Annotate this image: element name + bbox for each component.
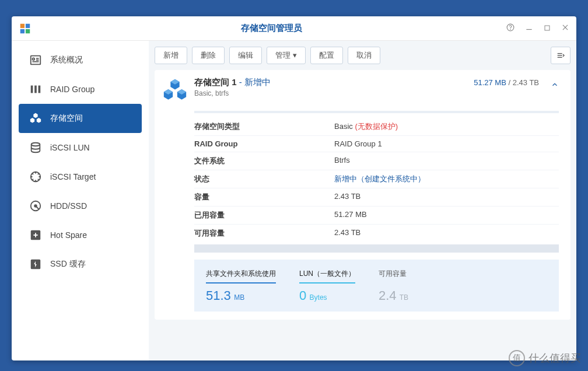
detail-value: RAID Group 1 [334,139,559,148]
detail-row-fs: 文件系统 Btrfs [194,152,559,170]
sidebar-item-label: RAID Group [50,85,94,94]
close-icon[interactable] [561,23,569,34]
detail-label: 可用容量 [194,228,334,239]
stat-value: 0 Bytes [299,288,355,303]
maximize-icon[interactable] [544,23,551,34]
sidebar-item-iscsi-lun[interactable]: iSCSI LUN [19,133,142,162]
edit-button[interactable]: 编辑 [229,47,262,64]
sidebar-item-label: 系统概况 [50,55,83,65]
sidebar-item-raid-group[interactable]: RAID Group [19,75,142,104]
volume-status-tag: - 新增中 [237,77,271,87]
detail-row-capacity: 容量 2.43 TB [194,188,559,206]
hot-spare-icon [29,229,42,242]
detail-value: 2.43 TB [334,228,559,239]
ssd-cache-icon [29,258,42,271]
watermark-icon: 值 [509,350,525,366]
stat-shared: 共享文件夹和系统使用 51.3 MB [206,260,276,312]
toolbar: 新增 删除 编辑 管理 ▾ 配置 取消 [155,47,570,64]
watermark-text: 什么值得买 [528,351,581,365]
sidebar-item-label: Hot Spare [50,230,87,240]
volume-icon [29,112,42,125]
sidebar-item-label: iSCSI Target [50,172,96,181]
detail-label: 容量 [194,192,334,202]
svg-rect-2 [20,29,24,33]
stat-value: 2.4 TB [379,288,408,303]
volume-card: 存储空间 1 - 新增中 Basic, btrfs 51.27 MB / 2.4… [155,70,570,320]
delete-button[interactable]: 删除 [192,47,225,64]
sidebar-item-label: HDD/SSD [50,201,87,211]
minimize-icon[interactable] [525,23,533,34]
sidebar-item-label: iSCSI LUN [50,143,90,152]
svg-rect-16 [34,86,37,93]
toolbar-spacer [385,47,546,64]
sidebar-item-volume[interactable]: 存储空间 [19,104,142,133]
detail-value: Basic (无数据保护) [334,121,559,132]
sidebar-item-iscsi-target[interactable]: iSCSI Target [19,162,142,191]
watermark: 值 什么值得买 [509,350,581,366]
detail-label: 已用容量 [194,210,334,220]
stat-available: 可用容量 2.4 TB [379,260,408,312]
sidebar-item-hot-spare[interactable]: Hot Spare [19,220,142,250]
volume-header: 存储空间 1 - 新增中 Basic, btrfs 51.27 MB / 2.4… [155,70,570,108]
volume-title: 存储空间 1 - 新增中 [194,77,474,88]
svg-rect-15 [31,86,33,93]
detail-value: 51.27 MB [334,210,559,220]
chevron-up-icon[interactable] [551,80,559,91]
help-icon[interactable] [506,23,514,34]
overview-icon [29,54,42,66]
svg-line-22 [36,206,39,209]
manage-button[interactable]: 管理 ▾ [267,47,306,64]
add-button[interactable]: 新增 [155,47,187,64]
svg-rect-17 [38,86,41,93]
stat-value: 51.3 MB [206,288,276,303]
detail-value: Btrfs [334,156,559,166]
window-body: 系统概况 RAID Group 存储空间 iSCSI LUN iSCSI Tar… [12,41,576,360]
window-title: 存储空间管理员 [36,23,506,34]
window-controls [506,23,569,34]
stat-lun: LUN（一般文件） 0 Bytes [299,260,355,312]
iscsi-target-icon [29,170,42,183]
volume-details: 存储空间类型 Basic (无数据保护) RAID Group RAID Gro… [155,113,570,242]
sidebar: 系统概况 RAID Group 存储空间 iSCSI LUN iSCSI Tar… [12,41,149,360]
hdd-icon [29,200,42,212]
detail-row-used: 已用容量 51.27 MB [194,206,559,225]
capacity-bar [194,244,559,253]
detail-label: 状态 [194,174,334,184]
svg-rect-0 [20,23,24,27]
svg-point-18 [32,143,40,146]
sidebar-item-overview[interactable]: 系统概况 [19,46,142,75]
detail-label: 存储空间类型 [194,121,334,132]
detail-label: RAID Group [194,139,334,148]
stat-label: 可用容量 [379,269,407,284]
iscsi-lun-icon [29,141,42,154]
svg-rect-10 [31,56,41,65]
svg-point-5 [510,29,511,29]
stat-label: 共享文件夹和系统使用 [206,269,276,284]
detail-row-raid: RAID Group RAID Group 1 [194,136,559,152]
svg-rect-3 [26,29,30,33]
svg-rect-1 [26,23,30,27]
volume-head-info: 存储空间 1 - 新增中 Basic, btrfs [194,77,474,97]
detail-row-avail: 可用容量 2.43 TB [194,225,559,242]
sidebar-item-hdd-ssd[interactable]: HDD/SSD [19,191,142,220]
stat-label: LUN（一般文件） [299,269,355,284]
app-icon [19,22,32,35]
detail-value: 2.43 TB [334,192,559,202]
volume-subtitle: Basic, btrfs [194,89,474,97]
raid-group-icon [29,83,42,96]
volume-used: 51.27 MB [474,78,506,87]
detail-row-type: 存储空间类型 Basic (无数据保护) [194,118,559,136]
volume-usage-summary: 51.27 MB / 2.43 TB [474,78,539,87]
sidebar-item-label: SSD 缓存 [50,259,86,270]
list-toggle-button[interactable] [551,47,570,64]
volume-cube-icon [162,77,188,104]
detail-row-status: 状态 新增中（创建文件系统中） [194,170,559,188]
main-panel: 新增 删除 编辑 管理 ▾ 配置 取消 存储空间 1 - 新增中 [149,41,576,360]
svg-point-11 [33,58,35,60]
titlebar: 存储空间管理员 [12,16,576,41]
config-button[interactable]: 配置 [310,47,343,64]
detail-value: 新增中（创建文件系统中） [334,174,425,183]
sidebar-item-label: 存储空间 [50,113,83,124]
cancel-button[interactable]: 取消 [348,47,380,64]
sidebar-item-ssd-cache[interactable]: SSD 缓存 [19,250,142,279]
